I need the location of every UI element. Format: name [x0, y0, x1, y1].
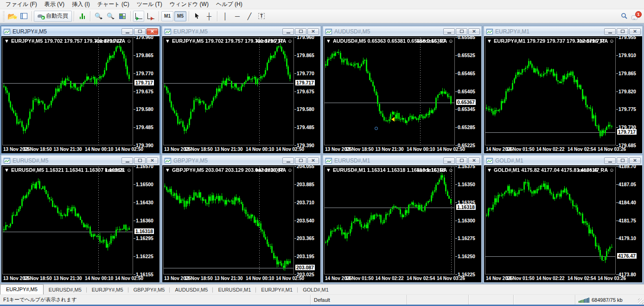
chart-window[interactable]: EURUSD#,M5 ✕ ▼ EURUSD#,M5 1.16321 1.1634… — [0, 155, 160, 283]
symbol-dropdown-icon[interactable]: ▼ — [4, 167, 9, 173]
chart-tab[interactable]: EURJPY#,M5 — [0, 284, 44, 294]
notifications-button[interactable]: 1 — [631, 11, 642, 22]
window-titlebar[interactable]: EURJPY#,M5 ✕ — [162, 26, 320, 36]
candlestick-canvas[interactable] — [163, 37, 294, 145]
window-titlebar[interactable]: GOLD#,M1 ✕ — [484, 156, 642, 165]
tile-windows-button[interactable] — [117, 11, 128, 22]
auto-trading-button[interactable]: ▶ 自動売買 — [34, 11, 72, 22]
vertical-line-button[interactable]: │ — [220, 11, 231, 22]
window-titlebar[interactable]: EURUSD#,M1 ✕ — [323, 156, 481, 165]
chart-window[interactable]: EURJPY#,M5 ✕ ▼ EURJPY#,M5 179.702 179.75… — [0, 26, 160, 154]
chart-area[interactable]: ▼ EURJPY#,M1 179.729 179.737 179.717 179… — [484, 36, 642, 153]
candlestick-canvas[interactable] — [485, 166, 616, 274]
candlestick-canvas[interactable] — [324, 166, 455, 274]
chart-area[interactable]: ▼ EURUSD#,M5 1.16321 1.16341 1.16307 1.1… — [1, 165, 159, 282]
search-button[interactable] — [618, 11, 630, 22]
minimize-button[interactable] — [282, 157, 294, 164]
restore-button[interactable] — [295, 28, 306, 35]
chart-tab[interactable]: EURJPY#,M5 — [87, 286, 128, 294]
chart-area[interactable]: ▼ EURJPY#,M5 179.702 179.757 179.701 179… — [1, 36, 159, 153]
symbol-dropdown-icon[interactable]: ▼ — [165, 38, 170, 44]
close-button[interactable]: ✕ — [307, 157, 319, 164]
candlestick-canvas[interactable] — [2, 166, 133, 274]
horizontal-line-button[interactable]: ─ — [232, 11, 243, 22]
chart-tab[interactable]: EURUSD#,M5 — [44, 286, 87, 294]
window-titlebar[interactable]: EURJPY#,M1 ✕ — [484, 26, 642, 36]
profiles-button[interactable] — [18, 11, 29, 22]
close-button[interactable]: ✕ — [629, 28, 641, 35]
chart-area[interactable]: ▼ AUDUSD#,M5 0.65363 0.65381 0.65358 0.6… — [323, 36, 481, 153]
minimize-button[interactable] — [282, 28, 294, 35]
minimize-button[interactable] — [443, 157, 455, 164]
symbol-dropdown-icon[interactable]: ▼ — [326, 167, 331, 173]
close-button[interactable]: ✕ — [629, 157, 641, 164]
window-titlebar[interactable]: EURJPY#,M5 ✕ — [1, 26, 159, 36]
chart-tab[interactable]: EURJPY#,M1 — [256, 286, 298, 294]
menu-chart[interactable]: チャート (C) — [94, 0, 133, 9]
chart-tab[interactable]: GOLD#,M1 — [298, 286, 334, 294]
symbol-dropdown-icon[interactable]: ▼ — [4, 38, 9, 44]
candlestick-canvas[interactable] — [2, 37, 133, 145]
close-button[interactable]: ✕ — [468, 28, 480, 35]
window-titlebar[interactable]: EURUSD#,M5 ✕ — [1, 156, 159, 165]
resize-grip[interactable] — [638, 299, 644, 304]
restore-button[interactable] — [456, 157, 467, 164]
menu-insert[interactable]: 挿入 (I) — [68, 0, 94, 9]
chart-area[interactable]: ▼ GOLD#,M1 4175.82 4177.04 4175.81 4176.… — [484, 165, 642, 282]
restore-button[interactable] — [295, 157, 306, 164]
minimize-button[interactable] — [121, 28, 133, 35]
symbol-dropdown-icon[interactable]: ▼ — [487, 38, 492, 44]
chart-tab[interactable]: GBPJPY#,M5 — [128, 286, 170, 294]
minimize-button[interactable] — [604, 28, 616, 35]
restore-button[interactable] — [617, 157, 628, 164]
zoom-in-button[interactable]: 🔍+ — [93, 11, 104, 22]
candlestick-canvas[interactable] — [324, 37, 455, 145]
chart-window[interactable]: GOLD#,M1 ✕ ▼ GOLD#,M1 4175.82 4177.04 41… — [483, 155, 643, 283]
status-profile[interactable]: Default — [310, 295, 407, 305]
chart-tab[interactable]: EURUSD#,M1 — [213, 286, 256, 294]
crosshair-button[interactable]: ┼ — [204, 11, 215, 22]
menu-help[interactable]: ヘルプ (H) — [212, 0, 246, 9]
zoom-out-button[interactable]: 🔍− — [105, 11, 116, 22]
bar-chart-button[interactable] — [77, 11, 88, 22]
restore-button[interactable] — [134, 28, 146, 35]
chart-window[interactable]: EURJPY#,M5 ✕ ▼ EURJPY#,M5 179.702 179.75… — [161, 26, 321, 154]
menu-view[interactable]: 表示 (V) — [41, 0, 68, 9]
chart-window[interactable]: AUDUSD#,M5 ✕ ▼ AUDUSD#,M5 0.65363 0.6538… — [322, 26, 482, 154]
menu-tools[interactable]: ツール (T) — [133, 0, 166, 9]
symbol-dropdown-icon[interactable]: ▼ — [326, 38, 331, 44]
restore-button[interactable] — [134, 157, 146, 164]
timeframe-m1-button[interactable]: M1 — [161, 11, 173, 21]
close-button[interactable]: ✕ — [307, 28, 319, 35]
chart-area[interactable]: ▼ EURJPY#,M5 179.702 179.757 179.701 179… — [162, 36, 320, 153]
timeframe-m5-button[interactable]: M5 — [174, 11, 186, 21]
minimize-button[interactable] — [443, 28, 455, 35]
window-titlebar[interactable]: AUDUSD#,M5 ✕ — [323, 26, 481, 36]
new-chart-button[interactable]: 📂⭐ — [6, 11, 17, 22]
chart-window[interactable]: EURJPY#,M1 ✕ ▼ EURJPY#,M1 179.729 179.73… — [483, 26, 643, 154]
symbol-dropdown-icon[interactable]: ▼ — [165, 167, 170, 173]
text-label-button[interactable]: T — [256, 11, 267, 22]
symbol-dropdown-icon[interactable]: ▼ — [487, 167, 492, 173]
chart-window[interactable]: EURUSD#,M1 ✕ ▼ EURUSD#,M1 1.16314 1.1631… — [322, 155, 482, 283]
trendline-button[interactable]: ╱ — [244, 11, 255, 22]
cursor-button[interactable] — [191, 11, 203, 22]
menu-window[interactable]: ウィンドウ (W) — [166, 0, 212, 9]
chart-area[interactable]: ▼ GBPJPY#,M5 203.047 203.129 203.047 203… — [162, 165, 320, 282]
chart-area[interactable]: ▼ EURUSD#,M1 1.16314 1.16318 1.16310 1.1… — [323, 165, 481, 282]
restore-button[interactable] — [617, 28, 628, 35]
chart-shift-button[interactable] — [145, 11, 156, 22]
close-button[interactable]: ✕ — [147, 157, 158, 164]
close-button[interactable]: ✕ — [468, 157, 480, 164]
chart-tab[interactable]: AUDUSD#,M5 — [170, 286, 213, 294]
candlestick-canvas[interactable] — [485, 37, 616, 145]
candlestick-canvas[interactable] — [163, 166, 294, 274]
minimize-button[interactable] — [604, 157, 616, 164]
restore-button[interactable] — [456, 28, 467, 35]
window-titlebar[interactable]: GBPJPY#,M5 ✕ — [162, 156, 320, 165]
chart-window[interactable]: GBPJPY#,M5 ✕ ▼ GBPJPY#,M5 203.047 203.12… — [161, 155, 321, 283]
menu-file[interactable]: ファイル (F) — [2, 0, 41, 9]
minimize-button[interactable] — [121, 157, 133, 164]
close-button[interactable]: ✕ — [147, 28, 158, 35]
auto-scroll-button[interactable] — [133, 11, 144, 22]
